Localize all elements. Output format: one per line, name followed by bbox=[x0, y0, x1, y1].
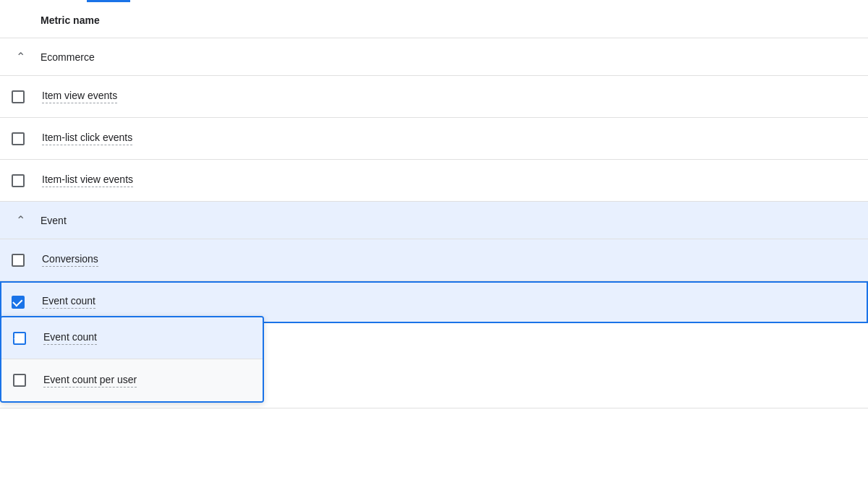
item-name-item-list-click-events: Item-list click events bbox=[42, 132, 132, 143]
chevron-up-icon: ⌃ bbox=[12, 48, 29, 66]
item-underline bbox=[42, 103, 117, 103]
page-container: Metric name ⌃ Ecommerce Item view events… bbox=[0, 0, 868, 408]
tooltip-dropdown: Event count Event count per user bbox=[0, 316, 264, 403]
checkbox-item-view-events[interactable] bbox=[12, 90, 25, 103]
item-name-event-count: Event count bbox=[42, 295, 95, 307]
tooltip-name-event-count: Event count bbox=[43, 331, 97, 343]
item-underline bbox=[42, 187, 133, 187]
item-underline bbox=[43, 344, 97, 345]
item-name-item-list-view-events: Item-list view events bbox=[42, 174, 133, 185]
tooltip-label-event-count: Event count bbox=[43, 331, 97, 345]
list-item-item-list-click-events[interactable]: Item-list click events bbox=[0, 118, 868, 160]
tooltip-item-event-count[interactable]: Event count bbox=[1, 317, 263, 359]
item-label-item-list-click-events: Item-list click events bbox=[42, 132, 132, 145]
header-row: Metric name bbox=[0, 2, 868, 38]
section-title-ecommerce: Ecommerce bbox=[41, 51, 95, 63]
section-header-ecommerce[interactable]: ⌃ Ecommerce bbox=[0, 38, 868, 76]
item-underline bbox=[43, 387, 137, 388]
checkbox-event-count[interactable] bbox=[12, 296, 25, 309]
checkbox-item-list-click-events[interactable] bbox=[12, 132, 25, 145]
checkbox-item-list-view-events[interactable] bbox=[12, 174, 25, 187]
list-item-item-view-events[interactable]: Item view events bbox=[0, 76, 868, 118]
item-name-conversions: Conversions bbox=[42, 253, 98, 265]
item-underline bbox=[42, 266, 98, 267]
section-header-event[interactable]: ⌃ Event bbox=[0, 202, 868, 239]
tab-indicator-bar bbox=[0, 0, 868, 2]
item-label-item-list-view-events: Item-list view events bbox=[42, 174, 133, 187]
chevron-up-icon-event: ⌃ bbox=[12, 212, 29, 229]
tooltip-checkbox-event-count-per-user[interactable] bbox=[13, 374, 26, 387]
list-item-event-count[interactable]: Event count Event count Event count per … bbox=[0, 281, 868, 323]
checkbox-conversions[interactable] bbox=[12, 254, 25, 267]
tooltip-checkbox-event-count[interactable] bbox=[13, 332, 26, 345]
column-header-metric-name: Metric name bbox=[12, 14, 100, 26]
item-label-event-count: Event count bbox=[42, 295, 95, 309]
tooltip-label-event-count-per-user: Event count per user bbox=[43, 374, 137, 388]
item-underline bbox=[42, 308, 95, 309]
list-item-conversions[interactable]: Conversions bbox=[0, 239, 868, 281]
section-title-event: Event bbox=[41, 215, 67, 226]
item-name-item-view-events: Item view events bbox=[42, 90, 117, 101]
tooltip-name-event-count-per-user: Event count per user bbox=[43, 374, 137, 385]
tooltip-item-event-count-per-user[interactable]: Event count per user bbox=[1, 359, 263, 401]
item-label-conversions: Conversions bbox=[42, 253, 98, 267]
item-label-item-view-events: Item view events bbox=[42, 90, 117, 103]
item-underline bbox=[42, 145, 132, 145]
list-item-item-list-view-events[interactable]: Item-list view events bbox=[0, 160, 868, 202]
